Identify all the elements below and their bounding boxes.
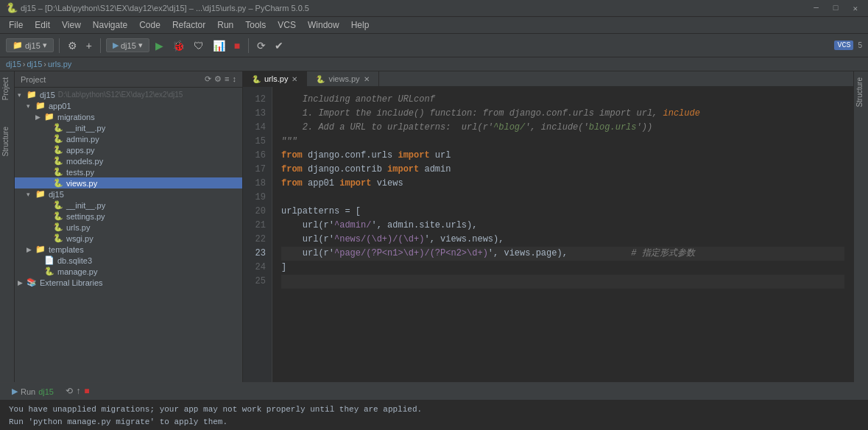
tab-views[interactable]: 🐍 views.py ✕ [307,71,378,86]
tree-label: db.sqlite3 [57,256,92,265]
tree-item-manage[interactable]: 🐍 manage.py [15,266,242,277]
tree-item-ext-libs[interactable]: ▶ 📚 External Libraries [15,277,242,288]
tree-item-urls[interactable]: 🐍 urls.py [15,222,242,233]
line-numbers: 12 13 14 15 16 17 18 19 20 21 22 23 24 2… [243,87,272,382]
run-tab[interactable]: ▶ Run dj15 [6,385,60,398]
filter-icon[interactable]: ≡ [225,74,229,84]
menu-file[interactable]: File [3,18,29,32]
code-line-20: urlpatterns = [ [281,205,844,219]
tree-item-app01[interactable]: ▾ 📁 app01 [15,100,242,111]
line-num-13: 13 [243,107,272,121]
tree-label: __init__.py [66,124,105,133]
menu-navigate[interactable]: Navigate [87,18,133,32]
window-title: dj15 – [D:\Lab\python\S12\EX\day12\ex2\d… [21,4,309,13]
menu-help[interactable]: Help [345,18,375,32]
tree-item-tests[interactable]: 🐍 tests.py [15,166,242,177]
breadcrumb-dj15-root[interactable]: dj15 [6,60,21,68]
tree-item-apps[interactable]: 🐍 apps.py [15,144,242,155]
python-icon: 🐍 [53,134,65,144]
menu-tools[interactable]: Tools [239,18,272,32]
tree-arrow: ▾ [27,102,35,110]
tab-close-urls[interactable]: ✕ [292,75,297,83]
window-controls[interactable]: ─ □ ✕ [809,4,862,13]
menu-bar: File Edit View Navigate Code Refactor Ru… [0,17,868,34]
sync-icon[interactable]: ⟳ [205,74,211,84]
scroll-to-end-icon[interactable]: ⟲ [66,386,73,397]
bottom-panel: ▶ Run dj15 ⟲ ↑ ■ You have unapplied migr… [0,382,868,426]
run-project-label: dj15 [38,387,54,396]
tab-bar: 🐍 urls.py ✕ 🐍 views.py ✕ [243,71,853,87]
python-icon: 🐍 [53,167,65,177]
build-button[interactable]: ⚙ [65,38,80,53]
debug-button[interactable]: 🐞 [169,38,188,53]
folder-icon: 📁 [35,189,47,199]
breadcrumb: dj15 › dj15 › urls.py [0,57,868,71]
file-icon: 📄 [44,255,56,265]
tree-item-admin[interactable]: 🐍 admin.py [15,133,242,144]
line-num-20: 20 [243,205,272,219]
tab-urls[interactable]: 🐍 urls.py ✕ [243,71,307,86]
code-line-13: 1. Import the include() function: from d… [281,107,844,121]
folder-icon: 📁 [35,244,47,254]
add-config-button[interactable]: + [83,38,95,53]
tree-item-models[interactable]: 🐍 models.py [15,155,242,166]
tree-item-views[interactable]: 🐍 views.py [15,177,242,188]
tree-label: urls.py [66,223,90,232]
line-num-14: 14 [243,121,272,135]
python-file-icon: 🐍 [252,75,261,83]
code-line-23: url(r'^page/(?P<n1>\d+)/(?P<n2>\d+)', vi… [281,247,844,261]
tree-item-templates[interactable]: ▶ 📁 templates [15,244,242,255]
right-sidebar-tabs: Structure [853,71,868,382]
run-tab-label: Run [21,387,35,396]
menu-code[interactable]: Code [133,18,166,32]
tree-item-init-app01[interactable]: 🐍 __init__.py [15,122,242,133]
tab-label: urls.py [264,74,288,83]
collapse-icon[interactable]: ↕ [233,74,237,84]
menu-vcs[interactable]: VCS [272,18,302,32]
tree-item-settings[interactable]: 🐍 settings.py [15,211,242,222]
code-editor[interactable]: 12 13 14 15 16 17 18 19 20 21 22 23 24 2… [243,87,853,382]
run-tab-icon: ▶ [12,387,18,396]
tree-item-wsgi[interactable]: 🐍 wsgi.py [15,233,242,244]
title-bar-icon: 🐍 [6,2,18,14]
structure-tab[interactable]: Structure [0,121,14,163]
right-structure-tab[interactable]: Structure [854,71,865,113]
run-button[interactable]: ▶ [152,38,166,53]
menu-edit[interactable]: Edit [29,18,56,32]
project-header-label: Project [21,75,46,84]
breadcrumb-urls[interactable]: urls.py [48,60,71,68]
project-tab[interactable]: Project [0,71,14,106]
tree-item-migrations[interactable]: ▶ 📁 migrations [15,111,242,122]
tree-arrow: ▶ [35,113,44,121]
profile-button[interactable]: 📊 [210,38,228,53]
code-content[interactable]: Including another URLconf 1. Import the … [272,87,853,382]
gear-icon[interactable]: ⚙ [214,74,222,84]
move-up-icon[interactable]: ↑ [76,387,81,397]
tree-item-dj15-sub[interactable]: ▾ 📁 dj15 [15,188,242,200]
stop-button[interactable]: ■ [231,38,243,53]
tab-close-views[interactable]: ✕ [364,75,370,83]
menu-refactor[interactable]: Refactor [166,18,211,32]
line-num-25: 25 [243,275,272,289]
tree-item-db-sqlite3[interactable]: 📄 db.sqlite3 [15,255,242,266]
tree-arrow: ▶ [18,279,27,286]
folder-icon: 📁 [27,90,38,99]
vcs-commit-button[interactable]: ✔ [272,38,286,53]
menu-view[interactable]: View [56,18,87,32]
menu-window[interactable]: Window [302,18,345,32]
project-panel: Project ⟳ ⚙ ≡ ↕ ▾ 📁 dj15 D:\Lab\python\S… [15,71,243,382]
stop-process-icon[interactable]: ■ [84,387,89,397]
tree-item-init-dj15[interactable]: 🐍 __init__.py [15,200,242,211]
close-button[interactable]: ✕ [848,4,862,13]
menu-run[interactable]: Run [211,18,239,32]
maximize-button[interactable]: □ [829,4,843,13]
tree-label: wsgi.py [66,234,93,243]
project-icon: 📁 [13,40,23,50]
run-config-selector[interactable]: ▶ dj15 ▾ [106,38,149,52]
vcs-update-button[interactable]: ⟳ [254,38,269,53]
minimize-button[interactable]: ─ [809,4,823,13]
breadcrumb-dj15-sub[interactable]: dj15 [27,60,42,68]
project-selector[interactable]: 📁 dj15 ▾ [6,38,54,52]
coverage-button[interactable]: 🛡 [191,38,207,53]
tree-item-dj15-root[interactable]: ▾ 📁 dj15 D:\Lab\python\S12\EX\day12\ex2\… [15,89,242,100]
